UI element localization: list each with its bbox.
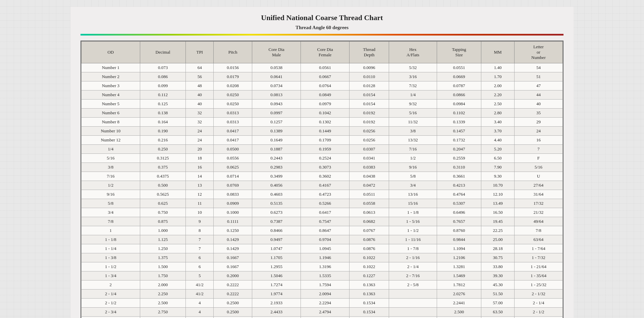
table-row: 5/80.625110.09090.51350.52660.055815/160… — [82, 199, 563, 208]
table-cell: 2.750 — [140, 308, 186, 317]
table-cell: 1 - 3/8 — [82, 253, 140, 262]
table-cell: 0.0787 — [437, 81, 481, 90]
table-cell: 9.30 — [481, 172, 514, 181]
table-cell: 1 - 1/4 — [82, 244, 140, 253]
table-cell: 0.1250 — [214, 226, 252, 235]
table-row: 33.00040.25002.69332.72940.15342.75670.0… — [82, 317, 563, 318]
table-cell: 9/16 — [389, 163, 437, 172]
table-cell: 0.0909 — [214, 199, 252, 208]
table-row: Number 40.112400.02500.08130.08490.01541… — [82, 90, 563, 100]
table-cell: 0.5307 — [437, 199, 481, 208]
table-cell: 0.0154 — [350, 100, 389, 109]
table-cell: Number 5 — [82, 100, 140, 109]
table-cell: 0.164 — [140, 118, 186, 127]
table-cell: 2 - 1/4 — [514, 299, 562, 308]
table-cell: 0.7657 — [437, 217, 481, 226]
table-cell: 0.6417 — [301, 208, 350, 217]
table-row: 7/80.87590.11110.73870.75470.06821 - 5/1… — [82, 217, 563, 226]
table-cell: 24 — [514, 127, 562, 136]
table-cell: 0.0192 — [350, 118, 389, 127]
table-cell: 0.216 — [140, 136, 186, 145]
table-cell: 3.40 — [481, 118, 514, 127]
table-cell: 0.4167 — [301, 181, 350, 190]
table-cell: 2.756 — [437, 317, 481, 318]
table-cell: 32 — [186, 118, 214, 127]
table-cell — [389, 299, 437, 308]
table-cell: Number 10 — [82, 127, 140, 136]
col-header-mm: MM — [481, 42, 514, 63]
table-cell: 2 - 5/8 — [389, 280, 437, 290]
table-cell: 0.0250 — [214, 90, 252, 100]
table-cell: 2 - 1/2 — [514, 308, 562, 317]
table-row: Number 100.190240.04170.13890.14490.0256… — [82, 127, 563, 136]
table-cell: 0.3110 — [437, 163, 481, 172]
table-cell: 0.0307 — [350, 145, 389, 154]
table-cell: 17/32 — [514, 199, 562, 208]
table-cell: 0.1302 — [301, 118, 350, 127]
table-cell: 2 - 1/4 — [389, 262, 437, 271]
table-cell: 0.0250 — [214, 100, 252, 109]
col-header-thread_depth: ThreadDepth — [350, 42, 389, 63]
table-cell: 0.1959 — [301, 145, 350, 154]
table-cell: 0.099 — [140, 81, 186, 90]
col-header-letter_or_number: LetterorNumber — [514, 42, 562, 63]
table-cell: 8 — [186, 226, 214, 235]
table-cell: 49/64 — [514, 217, 562, 226]
table-cell: 0.1429 — [214, 244, 252, 253]
table-cell: 1.70 — [481, 72, 514, 81]
table-cell: 2 - 1/16 — [389, 253, 437, 262]
table-cell: 1.0945 — [301, 244, 350, 253]
table-cell: 4.40 — [481, 136, 514, 145]
table-cell: 3/4 — [389, 181, 437, 190]
table-cell: 1.750 — [140, 271, 186, 280]
table-cell: 0.0833 — [214, 190, 252, 199]
table-cell: 1.000 — [140, 226, 186, 235]
table-cell: 0.086 — [140, 72, 186, 81]
table-cell: 0.3499 — [252, 172, 301, 181]
table-cell: 0.1022 — [350, 253, 389, 262]
table-cell: 0.0538 — [252, 63, 301, 72]
table-cell: 1 - 35/64 — [514, 271, 562, 280]
table-cell: 0.2047 — [437, 145, 481, 154]
table-cell: 0.4764 — [437, 190, 481, 199]
thread-chart-table: ODDecimalTPIPitchCore DiaMaleCore DiaFem… — [81, 41, 563, 318]
table-cell: 0.4603 — [252, 190, 301, 199]
table-cell: 1.5335 — [301, 271, 350, 280]
table-cell: 40 — [186, 90, 214, 100]
table-cell: 24 — [186, 127, 214, 136]
table-cell: 3/8 — [389, 127, 437, 136]
table-cell: 0.0984 — [437, 100, 481, 109]
table-cell: 0.3125 — [140, 154, 186, 163]
table-cell: 33.80 — [481, 262, 514, 271]
table-cell: 11 — [186, 199, 214, 208]
table-cell: 70.00 — [481, 317, 514, 318]
table-cell: 0.073 — [140, 63, 186, 72]
table-cell: 0.0667 — [301, 72, 350, 81]
table-cell: 2 - 1/32 — [514, 290, 562, 299]
table-cell: 2.000 — [140, 280, 186, 290]
table-cell: 0.875 — [140, 217, 186, 226]
table-cell: 1.3281 — [437, 262, 481, 271]
table-cell: 16 — [186, 163, 214, 172]
table-cell: 2.500 — [437, 308, 481, 317]
table-cell: 0.0767 — [350, 226, 389, 235]
table-cell: 2 — [82, 280, 140, 290]
table-cell: 2.0094 — [301, 290, 350, 299]
table-cell: 4 — [186, 317, 214, 318]
table-cell: 0.0849 — [301, 90, 350, 100]
table-cell: 0.5625 — [140, 190, 186, 199]
table-row: Number 60.138320.03130.09970.10420.01925… — [82, 109, 563, 118]
table-cell: 0.2524 — [301, 154, 350, 163]
table-cell: 16 — [514, 136, 562, 145]
table-cell: 0.8760 — [437, 226, 481, 235]
table-cell: 1 — [82, 226, 140, 235]
table-cell: 10.70 — [481, 181, 514, 190]
table-row: 1 - 1/21.50060.16671.29551.31960.10222 -… — [82, 262, 563, 271]
table-row: 1 - 1/81.12570.14290.94970.97040.08761 -… — [82, 235, 563, 244]
table-cell: 0.0551 — [437, 63, 481, 72]
table-cell: 4 — [186, 299, 214, 308]
table-row: 1/20.500130.07690.40560.41670.04723/40.4… — [82, 181, 563, 190]
table-cell: 0.0208 — [214, 81, 252, 90]
table-row: Number 50.125400.02500.09430.09790.01549… — [82, 100, 563, 109]
table-cell: 0.7387 — [252, 217, 301, 226]
